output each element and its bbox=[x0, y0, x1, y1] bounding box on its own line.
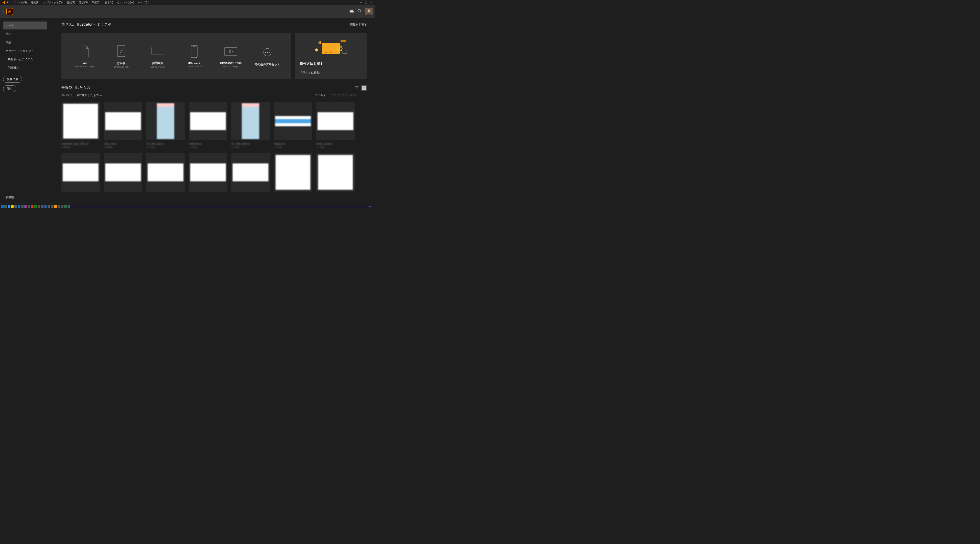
recent-file[interactable] bbox=[274, 153, 312, 194]
filter-input[interactable] bbox=[331, 93, 367, 97]
taskbar-icon[interactable] bbox=[34, 205, 37, 208]
sidebar-item[interactable]: クラウドドキュメント bbox=[3, 47, 47, 55]
preset-brush[interactable]: はがき100 x 148 mm bbox=[107, 44, 135, 68]
file-time: 1ヶ月前 bbox=[274, 146, 312, 149]
preset-dimensions: 1920 x 1080 px bbox=[223, 65, 239, 68]
grid-view-icon[interactable] bbox=[361, 85, 367, 91]
learn-link[interactable]: 「学ぶ」に移動 bbox=[300, 71, 362, 75]
sidebar-item[interactable]: 削除済み bbox=[3, 64, 47, 72]
taskbar-icon[interactable] bbox=[51, 205, 54, 208]
recent-file[interactable]: restmedix_logo_2021.ai4 時間前 bbox=[61, 102, 100, 149]
recent-file[interactable] bbox=[316, 153, 355, 194]
menu-item[interactable]: 効果(C) bbox=[90, 1, 103, 4]
thumbnail bbox=[316, 153, 355, 191]
back-icon[interactable]: ‹ bbox=[2, 10, 5, 14]
recent-file[interactable]: magical.ai1ヶ月前 bbox=[274, 102, 312, 149]
taskbar-icon[interactable] bbox=[57, 205, 60, 208]
svg-point-22 bbox=[330, 52, 332, 53]
cloud-icon[interactable] bbox=[348, 9, 356, 14]
taskbar-icon[interactable] bbox=[44, 205, 47, 208]
recent-file[interactable]: three_cards.ai1ヶ月前 bbox=[316, 102, 355, 149]
recent-file[interactable] bbox=[189, 153, 227, 194]
minimize-button[interactable]: ─ bbox=[358, 1, 363, 4]
menu-item[interactable]: 選択(S) bbox=[77, 1, 89, 4]
recent-file[interactable]: map_old.ai2 時間前 bbox=[104, 102, 142, 149]
sidebar-item[interactable]: 作品 bbox=[3, 38, 47, 46]
svg-rect-29 bbox=[364, 86, 366, 88]
more-icon bbox=[263, 45, 272, 59]
chevron-down-icon: ⌄ bbox=[100, 94, 102, 97]
user-avatar[interactable] bbox=[365, 8, 372, 15]
taskbar-icon[interactable] bbox=[21, 205, 24, 208]
taskbar-icon[interactable] bbox=[24, 205, 27, 208]
sidebar-item[interactable]: 共有されたアイテム bbox=[3, 55, 47, 63]
thumbnail bbox=[146, 153, 185, 191]
new-button[interactable]: 新規作成 bbox=[3, 76, 22, 83]
taskbar-icon[interactable] bbox=[38, 205, 40, 208]
menu-item[interactable]: ウィンドウ(W) bbox=[115, 1, 136, 4]
sidebar-item[interactable]: ホーム bbox=[3, 22, 47, 29]
sort-dropdown[interactable]: 最近使用したもの ⌄ bbox=[76, 93, 102, 97]
taskbar-icon[interactable] bbox=[41, 205, 43, 208]
menu-item[interactable]: 書式(T) bbox=[65, 1, 77, 4]
presets-panel: A4595.28 x 841.89 ptはがき100 x 148 mm共通項目1… bbox=[61, 33, 291, 79]
svg-rect-25 bbox=[355, 86, 358, 87]
thumbnail bbox=[146, 102, 185, 140]
taskbar-icon[interactable] bbox=[68, 205, 70, 208]
taskbar-icon[interactable] bbox=[1, 205, 3, 208]
chevron-up-icon: ︿ bbox=[346, 22, 348, 26]
taskbar-icon[interactable] bbox=[28, 205, 30, 208]
taskbar-clock[interactable]: 13:52 bbox=[366, 206, 374, 208]
menu-item[interactable]: ファイル(F) bbox=[11, 1, 29, 4]
svg-rect-17 bbox=[340, 40, 346, 41]
menu-item[interactable]: 表示(V) bbox=[103, 1, 115, 4]
thumbnail bbox=[104, 102, 142, 140]
maximize-button[interactable]: ▢ bbox=[363, 1, 369, 4]
preset-video[interactable]: HDV/HDTV 10801920 x 1080 px bbox=[217, 44, 245, 68]
windows-taskbar[interactable]: 13:52 bbox=[0, 205, 375, 208]
taskbar-icon[interactable] bbox=[11, 205, 14, 208]
search-icon[interactable] bbox=[356, 9, 363, 14]
recent-file[interactable] bbox=[104, 153, 142, 194]
preset-phone[interactable]: iPhone X1125 x 2436 px bbox=[180, 44, 208, 68]
taskbar-icon[interactable] bbox=[64, 205, 67, 208]
preset-label: はがき bbox=[117, 61, 126, 65]
home-small-icon[interactable] bbox=[6, 1, 9, 4]
taskbar-icon[interactable] bbox=[4, 205, 7, 208]
file-time: 1ヶ月前 bbox=[189, 146, 227, 149]
file-time: 2 時間前 bbox=[104, 146, 142, 149]
recent-file[interactable] bbox=[61, 153, 100, 194]
whats-new-link[interactable]: 新機能 bbox=[3, 193, 47, 201]
recent-file[interactable]: CC_Mei_girl.ai1ヶ月前 bbox=[146, 102, 185, 149]
thumbnail bbox=[189, 153, 227, 191]
taskbar-icon[interactable] bbox=[8, 205, 10, 208]
open-button[interactable]: 開く bbox=[3, 85, 16, 92]
taskbar-icon[interactable] bbox=[14, 205, 17, 208]
recent-file[interactable]: CC_Mei_girl3.ai1ヶ月前 bbox=[231, 102, 270, 149]
preset-label: 共通項目 bbox=[152, 61, 164, 65]
taskbar-icon[interactable] bbox=[61, 205, 64, 208]
hide-info-toggle[interactable]: ︿ 情報を非表示 bbox=[346, 22, 367, 26]
menu-item[interactable]: ヘルプ(H) bbox=[136, 1, 151, 4]
recent-file[interactable] bbox=[146, 153, 185, 194]
close-button[interactable]: ✕ bbox=[369, 1, 374, 4]
taskbar-icon[interactable] bbox=[31, 205, 33, 208]
recent-file[interactable]: celbooth.ai1ヶ月前 bbox=[189, 102, 227, 149]
preset-more[interactable]: その他のプリセット bbox=[253, 45, 282, 67]
menu-item[interactable]: オブジェクト(O) bbox=[41, 1, 64, 4]
recent-grid: restmedix_logo_2021.ai4 時間前map_old.ai2 時… bbox=[61, 102, 367, 194]
taskbar-icon[interactable] bbox=[18, 205, 20, 208]
preset-browser[interactable]: 共通項目1366 x 768 px bbox=[144, 44, 172, 68]
svg-rect-5 bbox=[152, 47, 164, 55]
preset-doc[interactable]: A4595.28 x 841.89 pt bbox=[71, 44, 99, 68]
file-time: 4 時間前 bbox=[61, 146, 100, 149]
phone-icon bbox=[191, 44, 197, 59]
learn-card[interactable]: a 操作方法を探す 「学ぶ」に移動 bbox=[295, 33, 367, 79]
taskbar-icon[interactable] bbox=[54, 205, 57, 208]
menu-item[interactable]: 編集(E) bbox=[29, 1, 41, 4]
taskbar-icon[interactable] bbox=[48, 205, 50, 208]
list-view-icon[interactable] bbox=[354, 85, 360, 91]
recent-file[interactable] bbox=[231, 153, 270, 194]
sort-direction-icon[interactable]: ↓ bbox=[110, 94, 111, 97]
sidebar-item[interactable]: 学ぶ bbox=[3, 30, 47, 38]
